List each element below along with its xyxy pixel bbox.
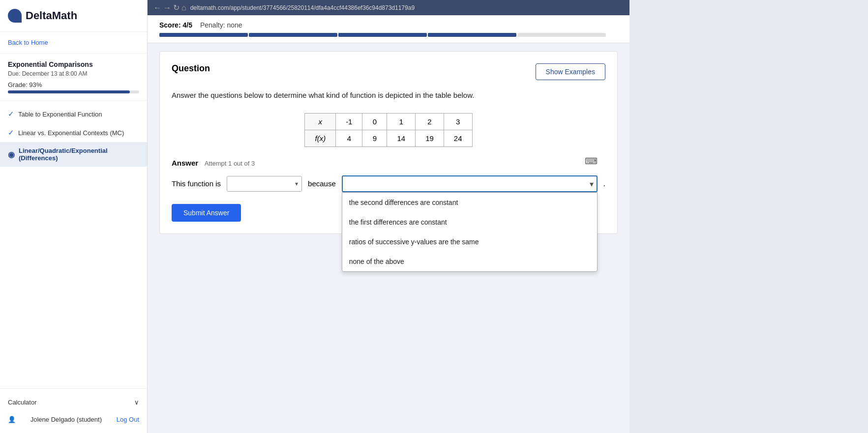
logout-link[interactable]: Log Out — [117, 416, 139, 423]
fx-val-3: 14 — [387, 130, 416, 146]
grade-bar-track — [8, 90, 139, 93]
sidebar: DeltaMath Back to Home Exponential Compa… — [0, 0, 148, 433]
question-title: Question — [172, 63, 210, 74]
because-label: because — [308, 179, 336, 188]
nav-item-label-3: Linear/Quadratic/Exponential (Difference… — [19, 147, 139, 162]
progress-seg-2 — [249, 33, 337, 37]
url-bar: ← → ↻ ⌂ deltamath.com/app/student/377456… — [148, 0, 629, 15]
fx-val-1: 4 — [336, 130, 362, 146]
nav-item-label-2: Linear vs. Exponential Contexts (MC) — [18, 129, 124, 137]
sidebar-bottom: Calculator ∨ 👤 Jolene Delgado (student) … — [0, 388, 147, 433]
user-icon: 👤 — [8, 416, 16, 423]
logo-text: DeltaMath — [26, 9, 77, 22]
answer-section: Answer Attempt 1 out of 3 This function … — [172, 159, 605, 222]
progress-seg-1 — [159, 33, 248, 37]
grade-label: Grade: 93% — [8, 81, 139, 88]
score-label: Score: 4/5 — [159, 21, 192, 29]
check-icon-2: ✓ — [8, 128, 14, 137]
user-label: Jolene Delgado (student) — [30, 416, 102, 423]
progress-seg-5 — [517, 33, 606, 37]
assignment-title: Exponential Comparisons — [8, 60, 139, 68]
sidebar-item-table-exponential[interactable]: ✓ Table to Exponential Function — [0, 105, 147, 123]
dropdown-item-first-diff[interactable]: the first differences are constant — [342, 212, 597, 232]
x-val-2: 0 — [362, 113, 387, 130]
fx-val-4: 19 — [416, 130, 444, 146]
sidebar-item-linear-exponential[interactable]: ✓ Linear vs. Exponential Contexts (MC) — [0, 123, 147, 142]
this-function-label: This function is — [172, 179, 221, 188]
table-row-x: x -1 0 1 2 3 — [305, 113, 472, 130]
bullet-icon: ◉ — [8, 150, 15, 159]
function-type-select-wrapper: linear quadratic exponential none of the… — [227, 176, 302, 192]
score-row: Score: 4/5 Penalty: none — [159, 21, 618, 29]
function-table: x -1 0 1 2 3 f(x) 4 9 14 19 24 — [304, 113, 472, 147]
because-select-wrapper: ⌨ the second differences are constant th… — [342, 175, 598, 192]
fx-val-5: 24 — [444, 130, 472, 146]
progress-bar-container — [159, 33, 618, 37]
assignment-info: Exponential Comparisons Due: December 13… — [0, 54, 147, 101]
period: . — [603, 179, 605, 188]
answer-label: Answer — [172, 159, 198, 167]
penalty-label: Penalty: none — [200, 21, 242, 29]
grade-bar-fill — [8, 90, 130, 93]
progress-segments — [159, 33, 606, 37]
assignment-due: Due: December 13 at 8:00 AM — [8, 70, 139, 77]
home-button[interactable]: ⌂ — [181, 3, 186, 12]
main-content: ← → ↻ ⌂ deltamath.com/app/student/377456… — [148, 0, 629, 433]
x-val-3: 1 — [387, 113, 416, 130]
table-row-fx: f(x) 4 9 14 19 24 — [305, 130, 472, 146]
user-item: 👤 Jolene Delgado (student) Log Out — [0, 411, 147, 428]
chevron-down-icon: ∨ — [134, 399, 139, 406]
function-type-select[interactable]: linear quadratic exponential none of the… — [227, 176, 302, 192]
penalty-text: Penalty: — [200, 21, 225, 29]
because-dropdown-menu: the second differences are constant the … — [342, 192, 598, 272]
fx-label: f(x) — [305, 130, 336, 146]
submit-answer-button[interactable]: Submit Answer — [172, 204, 241, 222]
penalty-value: none — [227, 21, 242, 29]
logo-icon — [8, 9, 22, 23]
sidebar-item-linear-quadratic-exponential[interactable]: ◉ Linear/Quadratic/Exponential (Differen… — [0, 142, 147, 167]
fx-val-2: 9 — [362, 130, 387, 146]
logo: DeltaMath — [0, 0, 147, 32]
answer-row: This function is linear quadratic expone… — [172, 175, 605, 192]
x-val-5: 3 — [444, 113, 472, 130]
dropdown-item-ratios[interactable]: ratios of successive y-values are the sa… — [342, 232, 597, 252]
score-area: Score: 4/5 Penalty: none — [148, 15, 629, 43]
question-area: Question Show Examples Answer the questi… — [159, 51, 618, 234]
dropdown-item-none[interactable]: none of the above — [342, 252, 597, 271]
attempt-label: Attempt 1 out of 3 — [205, 160, 255, 167]
back-to-home-link[interactable]: Back to Home — [0, 32, 147, 54]
nav-items: ✓ Table to Exponential Function ✓ Linear… — [0, 101, 147, 171]
question-header: Question Show Examples — [172, 63, 605, 80]
forward-button[interactable]: → — [163, 3, 171, 12]
dropdown-item-second-diff[interactable]: the second differences are constant — [342, 193, 597, 212]
check-icon: ✓ — [8, 110, 14, 118]
browser-nav-buttons: ← → ↻ ⌂ — [153, 3, 186, 12]
progress-seg-3 — [338, 33, 427, 37]
calculator-item[interactable]: Calculator ∨ — [0, 394, 147, 411]
question-text: Answer the questions below to determine … — [172, 90, 605, 101]
because-select[interactable]: the second differences are constant the … — [342, 175, 598, 192]
progress-seg-4 — [428, 33, 516, 37]
reload-button[interactable]: ↻ — [173, 3, 180, 12]
url-text: deltamath.com/app/student/3774566/258201… — [190, 4, 415, 11]
x-val-4: 2 — [416, 113, 444, 130]
calculator-label: Calculator — [8, 399, 37, 406]
back-button[interactable]: ← — [153, 3, 161, 12]
x-label: x — [305, 113, 336, 130]
keyboard-icon: ⌨ — [585, 156, 598, 167]
nav-item-label: Table to Exponential Function — [18, 111, 102, 118]
show-examples-button[interactable]: Show Examples — [536, 63, 605, 80]
x-val-1: -1 — [336, 113, 362, 130]
